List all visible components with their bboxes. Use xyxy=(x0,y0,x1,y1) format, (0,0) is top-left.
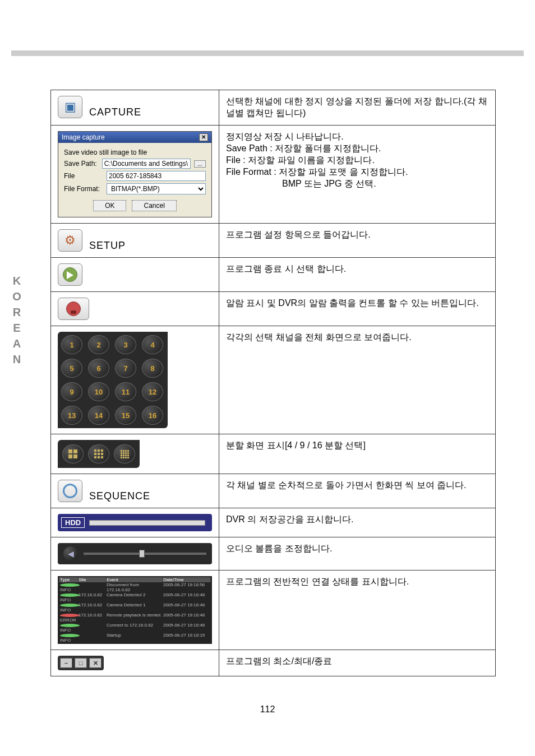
status-list: Type Site Event Date/Time INFODisconnect… xyxy=(58,576,212,644)
alarm-desc: 알람 표시 및 DVR의 알람 출력을 컨트롤 할 수 있는 버튼입니다. xyxy=(219,292,496,326)
page-number: 112 xyxy=(0,704,535,715)
volume-cell: ◀ xyxy=(51,537,219,571)
wctrl-cell: – □ ✕ xyxy=(51,650,219,676)
status-row: INFOConnect to 172.16.0.822005-06-27 19:… xyxy=(59,623,211,633)
maximize-button[interactable]: □ xyxy=(75,658,87,668)
hdd-gauge xyxy=(89,520,205,526)
capture-cell: ▣ CAPTURE xyxy=(51,90,219,126)
dialog-desc-l5: BMP 또는 JPG 중 선택. xyxy=(226,178,488,190)
dialog-cell: Image capture ✕ Save video still image t… xyxy=(51,126,219,224)
split-9-button[interactable] xyxy=(88,444,109,463)
status-desc: 프로그램의 전반적인 연결 상태를 표시합니다. xyxy=(219,571,496,650)
dialog-desc-l2: Save Path : 저장할 폴더를 지정합니다. xyxy=(226,143,488,155)
format-select[interactable]: BITMAP(*.BMP) xyxy=(107,183,206,194)
browse-button[interactable]: ... xyxy=(194,160,206,168)
capture-desc: 선택한 채널에 대한 정지 영상을 지정된 폴더에 저장 합니다.(각 채널별 … xyxy=(219,90,496,126)
status-hdr-site: Site xyxy=(79,577,107,582)
minimize-button[interactable]: – xyxy=(60,658,72,668)
main-content: ▣ CAPTURE 선택한 채널에 대한 정지 영상을 지정된 폴더에 저장 합… xyxy=(50,90,496,676)
setup-cell: ⚙ SETUP xyxy=(51,224,219,258)
split-16-button[interactable] xyxy=(114,444,135,463)
exit-desc: 프로그램 종료 시 선택 합니다. xyxy=(219,258,496,292)
exit-icon[interactable] xyxy=(58,263,82,286)
split-4-button[interactable] xyxy=(62,444,84,463)
dialog-desc: 정지영상 저장 시 나타납니다. Save Path : 저장할 폴더를 지정합… xyxy=(219,126,496,224)
status-hdr-event: Event xyxy=(107,577,163,582)
channel-grid: 1 2 3 4 5 6 7 8 9 10 11 12 13 14 15 16 xyxy=(58,332,168,428)
file-label: File xyxy=(64,172,103,180)
image-capture-dialog: Image capture ✕ Save video still image t… xyxy=(58,131,212,217)
file-input[interactable] xyxy=(107,171,206,181)
status-row: INFODisconnect from 172.16.0.822005-06-2… xyxy=(59,582,211,592)
channel-16-button[interactable]: 16 xyxy=(142,406,163,425)
format-label: File Format: xyxy=(64,185,103,193)
savepath-input[interactable] xyxy=(102,159,191,169)
channel-6-button[interactable]: 6 xyxy=(88,359,109,378)
exit-cell xyxy=(51,258,219,292)
alarm-icon[interactable] xyxy=(58,298,89,320)
sequence-label: SEQUENCE xyxy=(89,490,150,502)
channel-13-button[interactable]: 13 xyxy=(61,406,82,425)
feature-table: ▣ CAPTURE 선택한 채널에 대한 정지 영상을 지정된 폴더에 저장 합… xyxy=(50,90,496,676)
status-row: INFO172.16.0.82Camera Detected 22005-06-… xyxy=(59,592,211,602)
ok-button[interactable]: OK xyxy=(93,200,126,211)
channel-2-button[interactable]: 2 xyxy=(88,335,109,354)
savepath-label: Save Path: xyxy=(64,160,99,168)
capture-icon[interactable]: ▣ xyxy=(58,96,82,118)
channel-14-button[interactable]: 14 xyxy=(88,406,109,425)
wctrl-desc: 프로그램의 최소/최대/종료 xyxy=(219,650,496,676)
status-hdr-type: Type xyxy=(59,577,79,582)
status-row: INFO172.16.0.82Camera Detected 12005-06-… xyxy=(59,602,211,613)
status-cell: Type Site Event Date/Time INFODisconnect… xyxy=(51,571,219,650)
dialog-title: Image capture xyxy=(62,133,105,141)
setup-label: SETUP xyxy=(89,240,126,252)
close-icon[interactable]: ✕ xyxy=(199,133,208,141)
hdd-label: HDD xyxy=(61,517,85,528)
hdd-desc: DVR 의 저장공간을 표시합니다. xyxy=(219,508,496,537)
hdd-cell: HDD xyxy=(51,508,219,537)
volume-slider[interactable] xyxy=(84,553,206,555)
split-desc: 분할 화면 표시[4 / 9 / 16 분할 선택] xyxy=(219,434,496,474)
channel-3-button[interactable]: 3 xyxy=(115,335,136,354)
channel-7-button[interactable]: 7 xyxy=(115,359,136,378)
header-bar xyxy=(11,50,524,56)
channel-11-button[interactable]: 11 xyxy=(115,382,136,401)
status-row: INFOStartup2005-06-27 19:18:15 xyxy=(59,633,211,643)
channel-15-button[interactable]: 15 xyxy=(115,406,136,425)
setup-icon[interactable]: ⚙ xyxy=(58,229,82,252)
sequence-cell: SEQUENCE xyxy=(51,474,219,508)
channel-12-button[interactable]: 12 xyxy=(142,382,163,401)
language-side-label: KOREAN xyxy=(10,275,23,369)
channel-5-button[interactable]: 5 xyxy=(61,359,82,378)
channel-8-button[interactable]: 8 xyxy=(142,359,163,378)
channel-4-button[interactable]: 4 xyxy=(142,335,163,354)
cancel-button[interactable]: Cancel xyxy=(132,200,176,211)
capture-label: CAPTURE xyxy=(89,106,141,118)
sequence-desc: 각 채널 별로 순차적으로 돌아 가면서 한화면 씩 보여 줍니다. xyxy=(219,474,496,508)
channels-desc: 각각의 선택 채널을 전체 화면으로 보여줍니다. xyxy=(219,326,496,434)
channel-10-button[interactable]: 10 xyxy=(88,382,109,401)
dialog-desc-l3: File : 저장할 파일 이름을 지정합니다. xyxy=(226,155,488,166)
dialog-subtitle: Save video still image to file xyxy=(64,149,206,156)
status-row: ERROR172.16.0.82Remote playback is denie… xyxy=(59,613,211,623)
dialog-desc-l1: 정지영상 저장 시 나타납니다. xyxy=(226,131,488,143)
channel-1-button[interactable]: 1 xyxy=(61,335,82,354)
volume-desc: 오디오 볼륨을 조정합니다. xyxy=(219,537,496,571)
alarm-cell xyxy=(51,292,219,326)
channels-cell: 1 2 3 4 5 6 7 8 9 10 11 12 13 14 15 16 xyxy=(51,326,219,434)
channel-9-button[interactable]: 9 xyxy=(61,382,82,401)
setup-desc: 프로그램 설정 항목으로 들어갑니다. xyxy=(219,224,496,258)
speaker-icon[interactable]: ◀ xyxy=(63,546,78,561)
sequence-icon[interactable] xyxy=(58,480,82,502)
split-cell xyxy=(51,434,219,474)
dialog-desc-l4: File Format : 저장할 파일 포맷 을 지정합니다. xyxy=(226,166,488,178)
close-button[interactable]: ✕ xyxy=(89,658,102,668)
status-hdr-date: Date/Time xyxy=(163,577,211,582)
